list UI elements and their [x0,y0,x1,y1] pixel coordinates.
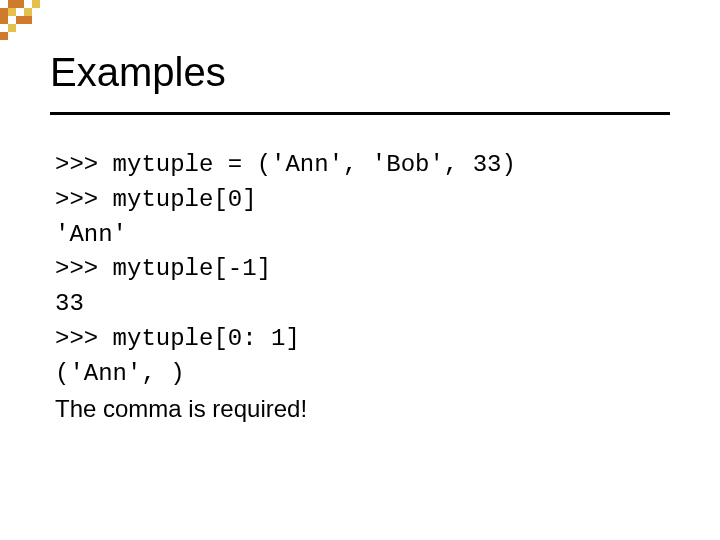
logo-pixel [16,16,24,24]
logo-pixel [0,16,8,24]
code-line: >>> mytuple[0] [55,183,665,218]
logo-pixel [8,0,16,8]
slide: Examples >>> mytuple = ('Ann', 'Bob', 33… [0,0,720,540]
slide-body: >>> mytuple = ('Ann', 'Bob', 33) >>> myt… [55,148,665,426]
code-line: >>> mytuple[-1] [55,252,665,287]
code-line: >>> mytuple[0: 1] [55,322,665,357]
logo-pixel [24,16,32,24]
pixel-logo-icon [0,0,40,40]
slide-title: Examples [50,50,680,108]
code-line: 33 [55,287,665,322]
code-line: ('Ann', ) [55,357,665,392]
logo-pixel [0,8,8,16]
logo-pixel [8,8,16,16]
logo-pixel [0,32,8,40]
logo-pixel [32,0,40,8]
title-underline [50,112,670,115]
logo-pixel [24,8,32,16]
logo-pixel [16,0,24,8]
slide-note: The comma is required! [55,392,665,427]
logo-pixel [8,24,16,32]
code-line: >>> mytuple = ('Ann', 'Bob', 33) [55,148,665,183]
code-line: 'Ann' [55,218,665,253]
